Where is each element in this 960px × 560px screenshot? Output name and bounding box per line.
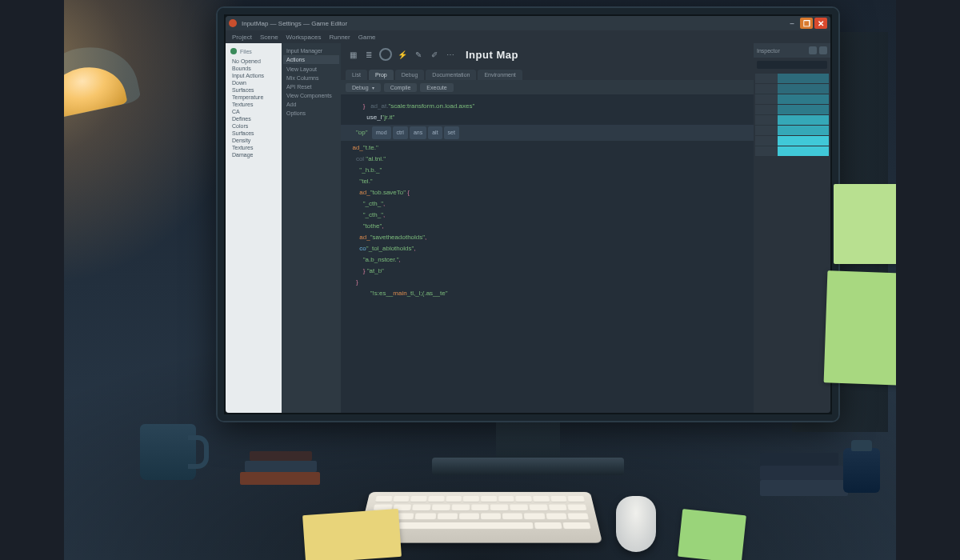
code-line: "_h.b._" bbox=[349, 165, 746, 176]
explorer-item[interactable]: Textures bbox=[227, 101, 280, 108]
inspector-row[interactable] bbox=[755, 136, 829, 146]
execute-button[interactable]: Execute bbox=[420, 83, 453, 92]
bolt-icon[interactable]: ⚡ bbox=[397, 49, 408, 60]
explorer-header: Files bbox=[227, 46, 280, 56]
compile-button[interactable]: Compile bbox=[384, 83, 418, 92]
mouse bbox=[616, 496, 656, 552]
window-minimize-button[interactable]: – bbox=[786, 18, 798, 29]
monitor: InputMap — Settings — Game Editor – ❐ ✕ … bbox=[216, 6, 840, 422]
more-icon[interactable]: ⋯ bbox=[445, 49, 456, 60]
book-stack bbox=[240, 448, 328, 496]
menu-item[interactable]: Scene bbox=[260, 34, 278, 41]
editor-tab[interactable]: Documentation bbox=[426, 70, 476, 80]
code-line: "_cth_", bbox=[349, 210, 746, 221]
code-line: "!s:es__main_tl,_l;(.as__te" bbox=[349, 288, 746, 299]
inspector-panel: Inspector bbox=[754, 43, 830, 413]
inspector-search[interactable] bbox=[757, 61, 827, 69]
explorer-item[interactable]: Defines bbox=[227, 115, 280, 122]
explorer-item[interactable]: Density bbox=[227, 137, 280, 144]
code-line: } "at_b" bbox=[349, 266, 746, 277]
editor-tabs: ListPropDebugDocumentationEnvironment bbox=[341, 66, 754, 80]
sticky-note bbox=[302, 509, 402, 560]
book-stack-right bbox=[760, 432, 848, 504]
ink-bottle bbox=[843, 448, 880, 493]
monitor-stand bbox=[496, 416, 560, 464]
inspector-row[interactable] bbox=[755, 146, 829, 156]
inspector-title: Inspector bbox=[757, 48, 780, 54]
code-line: "_cth_", bbox=[349, 198, 746, 210]
menubar: Project Scene Workspaces Runner Game bbox=[226, 30, 830, 43]
editor-tab[interactable]: List bbox=[346, 70, 367, 80]
menu-item[interactable]: Workspaces bbox=[286, 34, 322, 41]
sidebar-item[interactable]: Add bbox=[283, 100, 339, 109]
sidebar-item[interactable]: Mix Columns bbox=[283, 74, 339, 82]
coffee-mug bbox=[140, 424, 196, 480]
sidebar-group[interactable]: Input Manager bbox=[283, 46, 339, 55]
sticky-note bbox=[834, 184, 898, 264]
explorer-item[interactable]: Surfaces bbox=[227, 86, 280, 94]
inspector-row[interactable] bbox=[755, 94, 829, 104]
code-editor[interactable]: } ad_at."scale:transform.on.load.axes" u… bbox=[341, 94, 754, 413]
inspector-row[interactable] bbox=[755, 84, 829, 94]
sticky-note bbox=[678, 509, 746, 560]
window-titlebar: InputMap — Settings — Game Editor – ❐ ✕ bbox=[226, 16, 830, 30]
editor-tab[interactable]: Environment bbox=[478, 70, 522, 80]
explorer-item[interactable]: Colors bbox=[227, 122, 280, 130]
sidebar-item[interactable]: View Components bbox=[283, 91, 339, 100]
explorer-item[interactable]: Damage bbox=[227, 151, 280, 158]
main-column: ▦ ≣ ⚡ ✎ ✐ ⋯ Input Map ListPropDebugDocum… bbox=[341, 43, 754, 413]
explorer-title: Files bbox=[240, 49, 252, 54]
sidebar-item[interactable]: API Reset bbox=[283, 82, 339, 91]
explorer-item[interactable]: CA bbox=[227, 108, 280, 115]
menu-item[interactable]: Project bbox=[232, 34, 252, 41]
sub-toolbar: Debug Compile Execute bbox=[341, 80, 754, 94]
layers-icon[interactable]: ≣ bbox=[363, 49, 374, 60]
monitor-base bbox=[432, 458, 624, 475]
code-line: "tothe", bbox=[349, 221, 746, 232]
code-line: "a.b_nstcer.", bbox=[349, 254, 746, 266]
project-sidebar: Input ManagerActions View LayoutMix Colu… bbox=[282, 43, 341, 413]
code-line: "tel." bbox=[349, 176, 746, 187]
explorer-item[interactable]: Textures bbox=[227, 144, 280, 151]
window-title: InputMap — Settings — Game Editor bbox=[242, 20, 347, 27]
inspector-row[interactable] bbox=[755, 115, 829, 125]
code-line: ad_"tob.saveTo" { bbox=[349, 187, 746, 198]
window-maximize-button[interactable]: ❐ bbox=[800, 18, 813, 29]
code-line: } bbox=[349, 277, 746, 288]
pin-icon[interactable] bbox=[819, 46, 827, 54]
sticky-note bbox=[824, 270, 908, 385]
explorer-item[interactable]: Temperature bbox=[227, 94, 280, 101]
inspector-row[interactable] bbox=[755, 126, 829, 135]
menu-item[interactable]: Game bbox=[358, 34, 376, 41]
code-line: } ad_at."scale:transform.on.load.axes" bbox=[349, 101, 746, 112]
inspector-row[interactable] bbox=[755, 105, 829, 114]
code-line: ad_"t.te." bbox=[349, 142, 746, 154]
code-line: use_l"jr.it" bbox=[349, 112, 746, 123]
sidebar-group[interactable]: Actions bbox=[283, 55, 339, 64]
explorer-item[interactable]: No Opened bbox=[227, 58, 280, 65]
explorer-item[interactable]: Surfaces bbox=[227, 130, 280, 137]
explorer-item[interactable]: Bounds bbox=[227, 65, 280, 72]
menu-item[interactable]: Runner bbox=[329, 34, 350, 41]
app-window: InputMap — Settings — Game Editor – ❐ ✕ … bbox=[226, 16, 830, 413]
sidebar-item[interactable]: Options bbox=[283, 109, 339, 118]
gear-icon[interactable] bbox=[809, 46, 817, 54]
grid-icon[interactable]: ▦ bbox=[347, 49, 358, 60]
config-dropdown[interactable]: Debug bbox=[346, 83, 381, 92]
explorer-item[interactable]: Input Actions bbox=[227, 72, 280, 79]
record-icon[interactable] bbox=[379, 48, 392, 61]
page-title: Input Map bbox=[466, 49, 518, 61]
pen-icon[interactable]: ✐ bbox=[429, 49, 440, 60]
file-explorer: Files No OpenedBoundsInput ActionsDownSu… bbox=[226, 43, 282, 413]
code-line: "op" modctrlansaltset bbox=[341, 125, 754, 141]
inspector-properties bbox=[754, 72, 830, 413]
editor-tab[interactable]: Prop bbox=[369, 70, 394, 80]
inspector-row[interactable] bbox=[755, 74, 829, 83]
editor-tab[interactable]: Debug bbox=[395, 70, 425, 80]
sidebar-item[interactable]: View Layout bbox=[283, 65, 339, 74]
status-dot-icon bbox=[230, 48, 237, 54]
code-line: ad_"savetheadotholds", bbox=[349, 232, 746, 243]
explorer-item[interactable]: Down bbox=[227, 79, 280, 86]
window-close-button[interactable]: ✕ bbox=[814, 18, 827, 29]
brush-icon[interactable]: ✎ bbox=[413, 49, 424, 60]
